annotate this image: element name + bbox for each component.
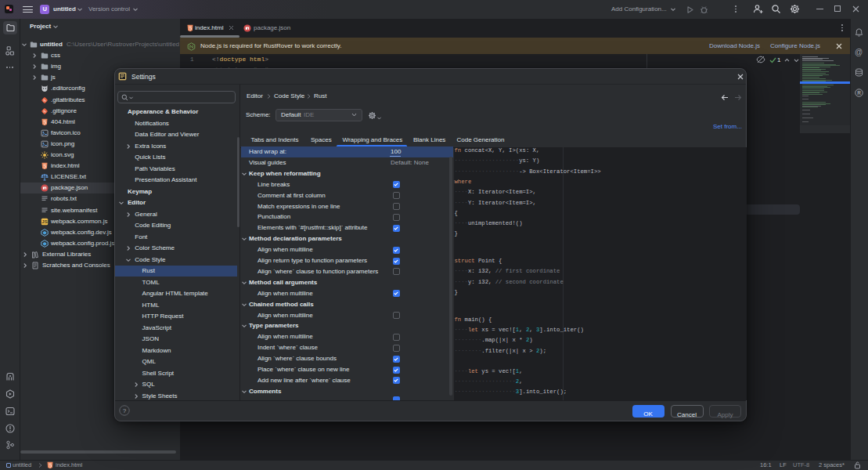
svg-text:?: ? (123, 407, 127, 414)
svg-text:JS: JS (41, 219, 47, 224)
svg-text:R: R (857, 90, 861, 96)
